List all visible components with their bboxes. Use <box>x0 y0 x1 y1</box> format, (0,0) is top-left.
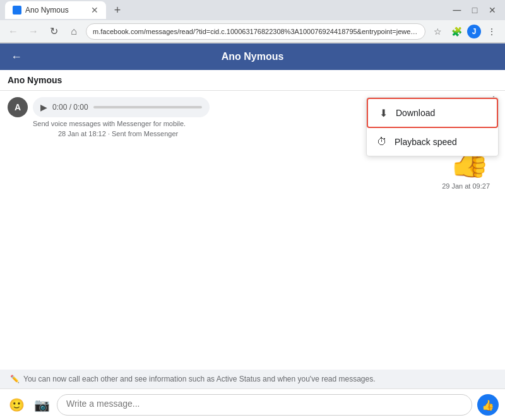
browser-chrome: Ano Nymous ✕ + ─ □ ✕ ← → ↻ ⌂ m.facebook.… <box>0 0 505 44</box>
new-tab-button[interactable]: + <box>110 3 125 18</box>
tab-title: Ano Nymous <box>25 6 69 15</box>
voice-bubble: ▶ 0:00 / 0:00 <box>33 97 210 117</box>
send-button[interactable]: 👍 <box>477 394 499 416</box>
bookmark-icon[interactable]: ☆ <box>429 23 446 40</box>
voice-caption: Send voice messages with Messenger for m… <box>33 120 210 127</box>
back-button[interactable]: ← <box>5 23 21 40</box>
home-button[interactable]: ⌂ <box>66 23 82 40</box>
topbar-back-button[interactable]: ← <box>6 47 27 67</box>
menu-icon[interactable]: ⋮ <box>484 23 500 40</box>
profile-icon[interactable]: J <box>467 25 481 38</box>
audio-progress-bar[interactable] <box>93 106 202 108</box>
voice-time: 0:00 / 0:00 <box>52 103 88 112</box>
close-tab-button[interactable]: ✕ <box>91 5 98 15</box>
reload-button[interactable]: ↻ <box>45 23 62 40</box>
browser-tab[interactable]: Ano Nymous ✕ <box>5 1 106 19</box>
download-icon: ⬇ <box>377 107 389 119</box>
message-meta: 28 Jan at 18:12 · Sent from Messenger <box>58 130 210 137</box>
tab-favicon <box>13 6 21 15</box>
play-button[interactable]: ▶ <box>40 102 47 112</box>
minimize-button[interactable]: ─ <box>449 3 465 18</box>
browser-toolbar: ← → ↻ ⌂ m.facebook.com/messages/read/?ti… <box>0 20 505 43</box>
emoji-button[interactable]: 🙂 <box>6 395 27 415</box>
reaction-time: 29 Jan at 09:27 <box>8 182 490 190</box>
playback-icon: ⏱ <box>376 136 388 148</box>
address-bar[interactable]: m.facebook.com/messages/read/?tid=cid.c.… <box>86 23 425 40</box>
maximize-button[interactable]: □ <box>467 3 482 18</box>
sender-avatar: A <box>8 97 28 117</box>
url-text: m.facebook.com/messages/read/?tid=cid.c.… <box>93 28 419 35</box>
toolbar-icons: ☆ 🧩 J ⋮ <box>429 23 500 40</box>
camera-button[interactable]: 📷 <box>32 395 52 415</box>
messages-area: A ▶ 0:00 / 0:00 Send voice messages with… <box>0 91 505 370</box>
info-text: You can now call each other and see info… <box>23 375 376 383</box>
fb-topbar: ← Ano Nymous <box>0 44 505 70</box>
info-bar: ✏️ You can now call each other and see i… <box>0 370 505 388</box>
fb-container: ← Ano Nymous Ano Nymous A ▶ 0:00 / 0:00 … <box>0 44 505 420</box>
download-label: Download <box>396 108 435 118</box>
playback-label: Playback speed <box>395 137 457 147</box>
browser-titlebar: Ano Nymous ✕ + ─ □ ✕ <box>0 0 505 20</box>
dropdown-menu: ⬇ Download ⏱ Playback speed <box>366 97 499 156</box>
playback-speed-menu-item[interactable]: ⏱ Playback speed <box>367 128 498 156</box>
info-icon: ✏️ <box>10 375 20 383</box>
conversation-name: Ano Nymous <box>8 75 62 85</box>
close-window-button[interactable]: ✕ <box>485 3 500 18</box>
conversation-header: Ano Nymous <box>0 70 505 91</box>
message-input-area: 🙂 📷 👍 <box>0 388 505 420</box>
extensions-icon[interactable]: 🧩 <box>448 23 465 40</box>
forward-button[interactable]: → <box>25 23 42 40</box>
message-input[interactable] <box>57 394 472 416</box>
download-menu-item[interactable]: ⬇ Download <box>367 98 498 128</box>
topbar-title: Ano Nymous <box>222 51 284 62</box>
